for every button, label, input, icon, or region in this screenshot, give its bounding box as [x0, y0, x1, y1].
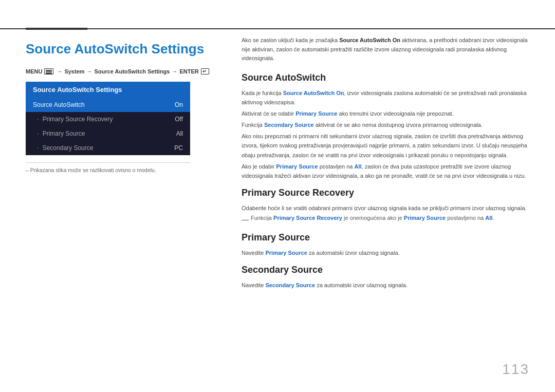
settings-item-secondary-source[interactable]: · Secondary Source PC [26, 141, 190, 155]
note-recovery: — Funkcija Primary Source Recovery je on… [242, 215, 529, 225]
section-title-source-autoswitch: Source AutoSwitch [242, 72, 529, 83]
section-content-sa-3: Funkcija Secondary Source aktivirat će s… [242, 120, 529, 129]
item-label-source-autoswitch: Source AutoSwitch [33, 101, 85, 108]
menu-label: MENU [26, 68, 42, 74]
section-content-ss-1: Navedite Secondary Source za automatski … [242, 281, 529, 290]
settings-panel: Source AutoSwitch Settings Source AutoSw… [26, 82, 190, 155]
menu-nav: MENU → System → Source AutoSwitch Settin… [26, 68, 221, 74]
settings-panel-header: Source AutoSwitch Settings [26, 82, 190, 98]
arrow1: → [57, 68, 62, 74]
item-value-source-autoswitch: On [175, 101, 183, 108]
note-dash: — [242, 215, 249, 225]
item-label-secondary-source: · Secondary Source [37, 144, 93, 152]
page-title: Source AutoSwitch Settings [26, 41, 221, 57]
settings-item-source-autoswitch[interactable]: Source AutoSwitch On [26, 98, 190, 112]
item-label-primary-source: · Primary Source [37, 130, 85, 137]
left-column: Source AutoSwitch Settings MENU → System… [26, 36, 221, 292]
section-title-primary-recovery: Primary Source Recovery [242, 188, 529, 198]
top-line [0, 28, 555, 29]
enter-icon [201, 68, 209, 74]
settings-item-primary-recovery[interactable]: · Primary Source Recovery Off [26, 112, 190, 126]
section-content-sa-5: Ako je odabir Primary Source postavljen … [242, 162, 529, 180]
section-content-pr-1: Odaberite hoće li se vratiti odabrani pr… [242, 203, 529, 213]
system-label: System [64, 68, 84, 74]
section-title-primary-source: Primary Source [242, 232, 529, 243]
page-number: 113 [502, 361, 529, 378]
arrow2: → [87, 68, 92, 74]
item-value-primary-recovery: Off [175, 116, 183, 123]
item-label-primary-recovery: · Primary Source Recovery [37, 116, 113, 123]
settings-item-primary-source[interactable]: · Primary Source All [26, 126, 190, 141]
panel-note: – Prikazana slika može se razlikovati ov… [26, 162, 190, 173]
item-value-secondary-source: PC [174, 144, 183, 152]
section-content-ps-1: Navedite Primary Source za automatski iz… [242, 248, 529, 257]
item-value-primary-source: All [176, 130, 183, 137]
intro-text: Ako se zaslon uključi kada je značajka S… [242, 36, 529, 63]
path-label: Source AutoSwitch Settings [95, 68, 170, 74]
note-text-recovery: Funkcija Primary Source Recovery je onem… [251, 215, 494, 221]
arrow3: → [172, 68, 177, 74]
section-content-sa-2: Aktivirat će se odabir Primary Source ak… [242, 109, 529, 118]
enter-label: ENTER [179, 68, 198, 74]
menu-icon [44, 68, 53, 74]
right-column: Ako se zaslon uključi kada je značajka S… [236, 36, 529, 292]
section-content-sa-1: Kada je funkcija Source AutoSwitch On, i… [242, 88, 529, 107]
section-title-secondary-source: Secondary Source [242, 265, 529, 275]
section-content-sa-4: Ako nisu prepoznati ni primarni niti sek… [242, 132, 529, 159]
